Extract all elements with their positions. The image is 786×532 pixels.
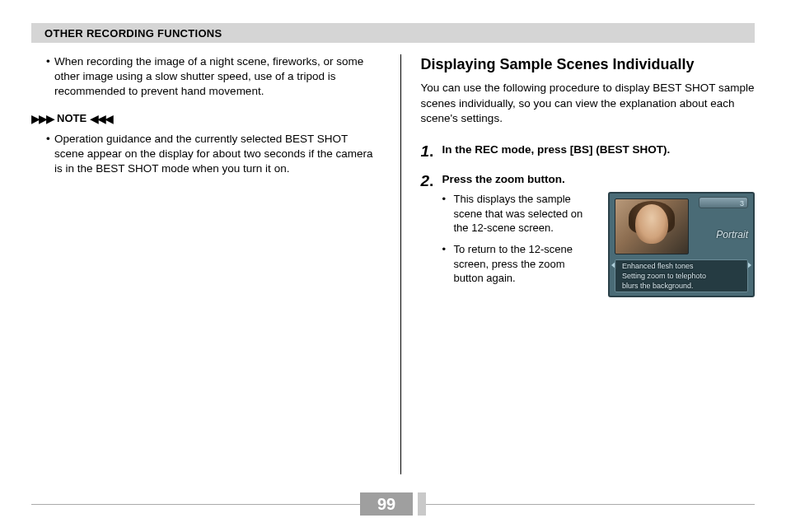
subsection-heading: Displaying Sample Scenes Individually xyxy=(421,54,756,74)
step-number: 1 xyxy=(421,141,442,162)
note-heading: ▶▶▶ NOTE ◀◀◀ xyxy=(31,111,381,127)
step-2-bullet-2: • To return to the 12-scene screen, pres… xyxy=(442,242,597,286)
step-1-title: In the REC mode, press [BS] (BEST SHOT). xyxy=(442,142,756,157)
bullet-dot: • xyxy=(46,132,54,177)
bullet-dot: • xyxy=(46,54,54,100)
subsection-intro: You can use the following procedure to d… xyxy=(421,81,756,126)
bullet-dot: • xyxy=(442,192,454,236)
page-number: 99 xyxy=(360,492,413,516)
footer-rule-left xyxy=(31,504,360,505)
step-2-bullet-1-text: This displays the sample scene that was … xyxy=(454,192,597,236)
tip-text: When recording the image of a night scen… xyxy=(54,54,381,100)
section-header: OTHER RECORDING FUNCTIONS xyxy=(31,23,755,43)
note-arrows-right-icon: ▶▶▶ xyxy=(31,111,54,127)
left-column: • When recording the image of a night sc… xyxy=(31,54,401,474)
note-bullet: • Operation guidance and the currently s… xyxy=(46,132,381,177)
lcd-description-panel: Enhanced flesh tones Setting zoom to tel… xyxy=(615,259,748,292)
lcd-sample-thumbnail xyxy=(615,198,689,254)
page-number-shadow xyxy=(418,492,426,516)
lcd-scene-number-badge: 3 xyxy=(699,197,748,208)
step-number: 2 xyxy=(421,170,442,297)
lcd-desc-line-3: blurs the background. xyxy=(622,282,741,292)
step-2-title: Press the zoom button. xyxy=(442,172,756,187)
manual-page: OTHER RECORDING FUNCTIONS • When recordi… xyxy=(0,0,786,532)
note-arrows-left-icon: ◀◀◀ xyxy=(90,111,112,127)
step-2-bullet-2-text: To return to the 12-scene screen, press … xyxy=(454,242,597,286)
tip-bullet: • When recording the image of a night sc… xyxy=(46,54,381,100)
page-footer: 99 xyxy=(31,492,755,516)
portrait-face-shape xyxy=(635,204,668,244)
step-2-bullet-1: • This displays the sample scene that wa… xyxy=(442,192,597,236)
right-column: Displaying Sample Scenes Individually Yo… xyxy=(401,54,756,474)
page-number-wrap: 99 xyxy=(360,492,426,516)
step-1: 1 In the REC mode, press [BS] (BEST SHOT… xyxy=(421,141,756,162)
section-header-title: OTHER RECORDING FUNCTIONS xyxy=(44,27,222,40)
lcd-desc-line-2: Setting zoom to telephoto xyxy=(622,272,741,282)
footer-rule-right xyxy=(426,504,755,505)
note-label-text: NOTE xyxy=(57,111,87,126)
step-2: 2 Press the zoom button. • This displays… xyxy=(421,170,756,297)
lcd-desc-line-1: Enhanced flesh tones xyxy=(622,262,741,272)
two-column-layout: • When recording the image of a night sc… xyxy=(31,54,755,474)
lcd-scene-name: Portrait xyxy=(716,228,748,241)
note-text: Operation guidance and the currently sel… xyxy=(54,132,381,177)
bullet-dot: • xyxy=(442,242,454,286)
camera-lcd-illustration: 3 Portrait Enhanced flesh tones Setting … xyxy=(608,192,755,297)
